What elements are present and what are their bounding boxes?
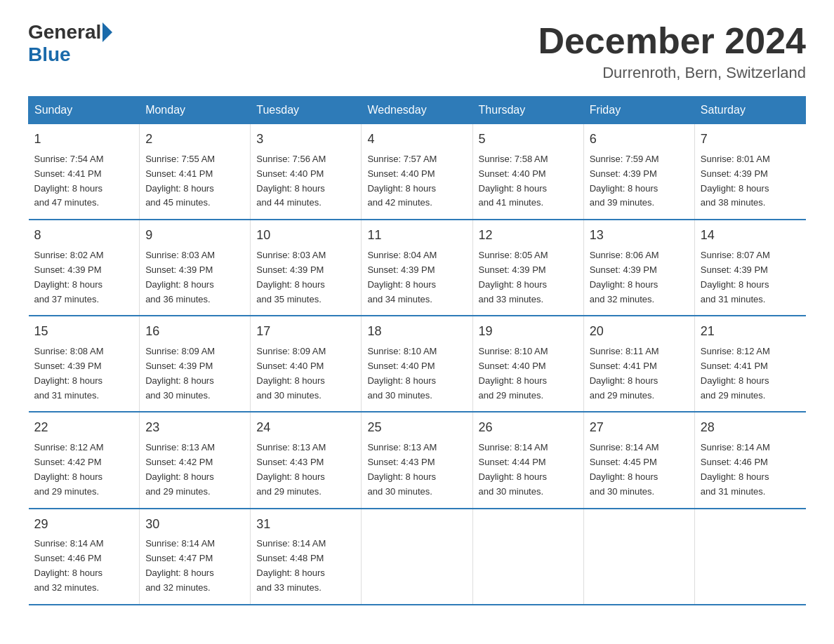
day-number: 14 (701, 226, 800, 246)
day-number: 22 (34, 418, 134, 438)
calendar-cell: 5Sunrise: 7:58 AMSunset: 4:40 PMDaylight… (472, 124, 583, 220)
calendar-cell: 25Sunrise: 8:13 AMSunset: 4:43 PMDayligh… (362, 412, 472, 508)
month-title: December 2024 (538, 21, 806, 61)
calendar-cell: 11Sunrise: 8:04 AMSunset: 4:39 PMDayligh… (362, 220, 472, 316)
week-row-3: 15Sunrise: 8:08 AMSunset: 4:39 PMDayligh… (29, 316, 806, 412)
header-cell-friday: Friday (583, 97, 694, 124)
calendar-cell (694, 509, 805, 605)
day-number: 26 (479, 418, 578, 438)
calendar-cell: 27Sunrise: 8:14 AMSunset: 4:45 PMDayligh… (583, 412, 694, 508)
location-text: Durrenroth, Bern, Switzerland (538, 64, 806, 82)
day-info: Sunrise: 8:13 AMSunset: 4:42 PMDaylight:… (145, 441, 244, 499)
calendar-cell: 28Sunrise: 8:14 AMSunset: 4:46 PMDayligh… (694, 412, 805, 508)
header-cell-monday: Monday (140, 97, 251, 124)
day-number: 6 (590, 130, 689, 149)
page-header: General Blue December 2024 Durrenroth, B… (28, 21, 806, 82)
day-info: Sunrise: 8:14 AMSunset: 4:45 PMDaylight:… (590, 441, 689, 499)
header-cell-tuesday: Tuesday (251, 97, 362, 124)
day-number: 5 (479, 130, 578, 149)
day-info: Sunrise: 7:59 AMSunset: 4:39 PMDaylight:… (590, 152, 689, 210)
week-row-1: 1Sunrise: 7:54 AMSunset: 4:41 PMDaylight… (29, 124, 806, 220)
calendar-cell: 14Sunrise: 8:07 AMSunset: 4:39 PMDayligh… (694, 220, 805, 316)
calendar-cell: 7Sunrise: 8:01 AMSunset: 4:39 PMDaylight… (694, 124, 805, 220)
day-info: Sunrise: 8:04 AMSunset: 4:39 PMDaylight:… (367, 248, 466, 307)
day-number: 20 (590, 322, 689, 342)
day-info: Sunrise: 8:02 AMSunset: 4:39 PMDaylight:… (34, 248, 134, 307)
day-number: 28 (701, 418, 800, 438)
calendar-cell: 19Sunrise: 8:10 AMSunset: 4:40 PMDayligh… (472, 316, 583, 412)
title-block: December 2024 Durrenroth, Bern, Switzerl… (538, 21, 806, 82)
calendar-cell: 29Sunrise: 8:14 AMSunset: 4:46 PMDayligh… (29, 509, 140, 605)
day-info: Sunrise: 8:13 AMSunset: 4:43 PMDaylight:… (367, 441, 466, 499)
day-number: 4 (367, 130, 466, 149)
calendar-cell: 18Sunrise: 8:10 AMSunset: 4:40 PMDayligh… (362, 316, 472, 412)
calendar-cell: 1Sunrise: 7:54 AMSunset: 4:41 PMDaylight… (29, 124, 140, 220)
day-number: 11 (367, 226, 466, 246)
calendar-cell (583, 509, 694, 605)
day-info: Sunrise: 8:03 AMSunset: 4:39 PMDaylight:… (256, 248, 355, 307)
calendar-cell (362, 509, 472, 605)
day-info: Sunrise: 8:09 AMSunset: 4:39 PMDaylight:… (145, 344, 244, 403)
day-info: Sunrise: 7:58 AMSunset: 4:40 PMDaylight:… (479, 152, 578, 210)
day-info: Sunrise: 8:07 AMSunset: 4:39 PMDaylight:… (701, 248, 800, 307)
day-number: 29 (34, 515, 134, 535)
day-number: 12 (479, 226, 578, 246)
day-info: Sunrise: 8:03 AMSunset: 4:39 PMDaylight:… (145, 248, 244, 307)
day-number: 1 (34, 130, 134, 149)
day-info: Sunrise: 7:57 AMSunset: 4:40 PMDaylight:… (367, 152, 466, 210)
calendar-cell: 16Sunrise: 8:09 AMSunset: 4:39 PMDayligh… (140, 316, 251, 412)
day-info: Sunrise: 7:56 AMSunset: 4:40 PMDaylight:… (256, 152, 355, 210)
day-info: Sunrise: 8:14 AMSunset: 4:47 PMDaylight:… (145, 537, 244, 595)
day-info: Sunrise: 8:14 AMSunset: 4:44 PMDaylight:… (479, 441, 578, 499)
calendar-cell: 3Sunrise: 7:56 AMSunset: 4:40 PMDaylight… (251, 124, 362, 220)
header-row: SundayMondayTuesdayWednesdayThursdayFrid… (29, 97, 806, 124)
day-number: 15 (34, 322, 134, 342)
day-number: 16 (145, 322, 244, 342)
calendar-cell: 2Sunrise: 7:55 AMSunset: 4:41 PMDaylight… (140, 124, 251, 220)
header-cell-wednesday: Wednesday (362, 97, 472, 124)
day-number: 19 (479, 322, 578, 342)
day-number: 31 (256, 515, 355, 535)
calendar-cell: 15Sunrise: 8:08 AMSunset: 4:39 PMDayligh… (29, 316, 140, 412)
day-number: 2 (145, 130, 244, 149)
calendar-cell: 30Sunrise: 8:14 AMSunset: 4:47 PMDayligh… (140, 509, 251, 605)
day-info: Sunrise: 8:01 AMSunset: 4:39 PMDaylight:… (701, 152, 800, 210)
day-info: Sunrise: 8:12 AMSunset: 4:41 PMDaylight:… (701, 344, 800, 403)
day-number: 13 (590, 226, 689, 246)
calendar-cell: 22Sunrise: 8:12 AMSunset: 4:42 PMDayligh… (29, 412, 140, 508)
calendar-cell: 17Sunrise: 8:09 AMSunset: 4:40 PMDayligh… (251, 316, 362, 412)
day-info: Sunrise: 8:14 AMSunset: 4:48 PMDaylight:… (256, 537, 355, 595)
calendar-cell: 6Sunrise: 7:59 AMSunset: 4:39 PMDaylight… (583, 124, 694, 220)
day-info: Sunrise: 7:54 AMSunset: 4:41 PMDaylight:… (34, 152, 134, 210)
day-info: Sunrise: 8:12 AMSunset: 4:42 PMDaylight:… (34, 441, 134, 499)
day-info: Sunrise: 8:05 AMSunset: 4:39 PMDaylight:… (479, 248, 578, 307)
day-number: 7 (701, 130, 800, 149)
day-number: 21 (701, 322, 800, 342)
calendar-cell: 31Sunrise: 8:14 AMSunset: 4:48 PMDayligh… (251, 509, 362, 605)
logo-blue-text: Blue (28, 43, 71, 65)
calendar-cell (472, 509, 583, 605)
calendar-cell: 20Sunrise: 8:11 AMSunset: 4:41 PMDayligh… (583, 316, 694, 412)
calendar-cell: 9Sunrise: 8:03 AMSunset: 4:39 PMDaylight… (140, 220, 251, 316)
day-info: Sunrise: 8:14 AMSunset: 4:46 PMDaylight:… (701, 441, 800, 499)
day-info: Sunrise: 8:09 AMSunset: 4:40 PMDaylight:… (256, 344, 355, 403)
day-info: Sunrise: 8:10 AMSunset: 4:40 PMDaylight:… (367, 344, 466, 403)
day-number: 25 (367, 418, 466, 438)
calendar-cell: 13Sunrise: 8:06 AMSunset: 4:39 PMDayligh… (583, 220, 694, 316)
day-info: Sunrise: 7:55 AMSunset: 4:41 PMDaylight:… (145, 152, 244, 210)
week-row-4: 22Sunrise: 8:12 AMSunset: 4:42 PMDayligh… (29, 412, 806, 508)
week-row-2: 8Sunrise: 8:02 AMSunset: 4:39 PMDaylight… (29, 220, 806, 316)
calendar-body: 1Sunrise: 7:54 AMSunset: 4:41 PMDaylight… (29, 124, 806, 605)
day-number: 23 (145, 418, 244, 438)
calendar-cell: 12Sunrise: 8:05 AMSunset: 4:39 PMDayligh… (472, 220, 583, 316)
day-number: 24 (256, 418, 355, 438)
calendar-cell: 21Sunrise: 8:12 AMSunset: 4:41 PMDayligh… (694, 316, 805, 412)
day-number: 8 (34, 226, 134, 246)
day-number: 9 (145, 226, 244, 246)
day-number: 30 (145, 515, 244, 535)
header-cell-sunday: Sunday (29, 97, 140, 124)
day-info: Sunrise: 8:10 AMSunset: 4:40 PMDaylight:… (479, 344, 578, 403)
logo-general-text: General (28, 21, 101, 43)
header-cell-thursday: Thursday (472, 97, 583, 124)
day-info: Sunrise: 8:13 AMSunset: 4:43 PMDaylight:… (256, 441, 355, 499)
